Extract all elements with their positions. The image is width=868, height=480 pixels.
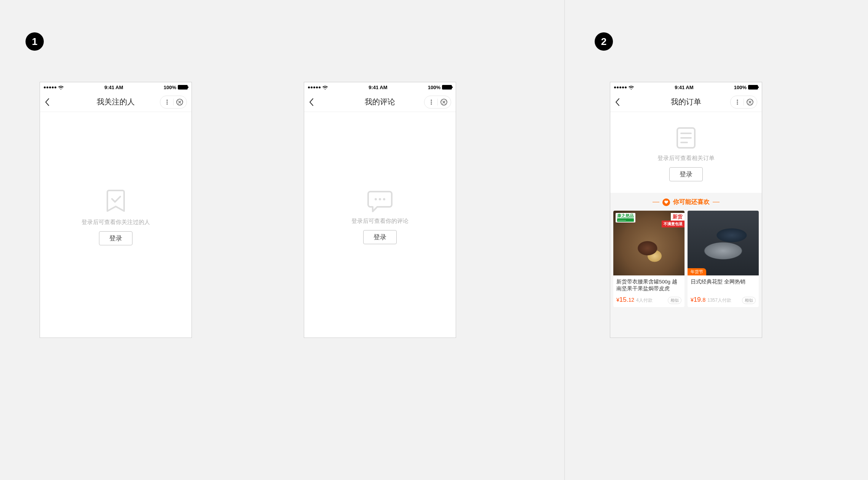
- phone-follow: 9:41 AM 100% 我关注的人: [40, 82, 192, 338]
- section-number-2: 2: [595, 32, 613, 51]
- promo-tag: 年货节: [688, 268, 706, 275]
- battery-percent: 100%: [734, 85, 747, 90]
- close-button[interactable]: [438, 96, 450, 108]
- more-button[interactable]: [161, 96, 173, 108]
- phone-orders: 9:41 AM 100% 我的订单: [610, 82, 762, 338]
- nav-bar: 我关注的人: [40, 92, 191, 112]
- product-image: 年货节: [688, 211, 759, 275]
- more-button[interactable]: [731, 96, 744, 108]
- empty-state: 登录后可查看相关订单 登录: [610, 112, 762, 193]
- heart-icon: [662, 198, 670, 206]
- dash-icon: [653, 202, 659, 202]
- section-number-1: 1: [26, 32, 44, 51]
- product-card[interactable]: 年货节 日式经典花型 全网热销 ¥19.8 1357人付款 相似: [688, 211, 759, 307]
- phone-comments: 9:41 AM 100% 我的评论: [304, 82, 456, 338]
- battery-icon: [442, 85, 452, 90]
- empty-message: 登录后可查看你的评论: [351, 218, 408, 225]
- svg-point-8: [375, 198, 377, 200]
- back-button[interactable]: [309, 98, 314, 106]
- brand-tag: 康之悠品 ———: [616, 213, 635, 222]
- back-button[interactable]: [45, 98, 50, 106]
- document-icon: [676, 126, 696, 149]
- chat-bubble-icon: [367, 190, 393, 212]
- empty-message: 登录后可查看你关注过的人: [81, 219, 150, 226]
- nav-bar: 我的评论: [304, 92, 456, 112]
- svg-point-13: [737, 103, 738, 104]
- svg-point-1: [166, 101, 168, 102]
- battery-icon: [748, 85, 758, 90]
- similar-button[interactable]: 相似: [668, 297, 681, 304]
- capsule-menu: [160, 96, 187, 109]
- product-price: ¥19.8: [691, 296, 705, 304]
- product-title: 新货带衣腰果含罐500g 越南坚果干果盐焗带皮虎: [616, 278, 681, 292]
- recommend-title: 你可能还喜欢: [673, 198, 710, 206]
- empty-state: 登录后可查看你关注过的人 登录: [40, 112, 191, 338]
- pay-count: 4人付款: [636, 297, 653, 304]
- status-time: 9:41 AM: [104, 85, 123, 90]
- empty-message: 登录后可查看相关订单: [657, 155, 715, 162]
- status-time: 9:41 AM: [369, 85, 387, 90]
- back-button[interactable]: [615, 98, 620, 106]
- recommend-section: 你可能还喜欢 康之悠品 ——— 新货 不满意包退 新货带衣腰果含罐500g 越: [610, 193, 762, 338]
- svg-point-11: [737, 99, 738, 101]
- new-goods-tag: 新货 不满意包退: [662, 213, 685, 227]
- svg-point-2: [166, 103, 168, 104]
- product-image: 康之悠品 ——— 新货 不满意包退: [613, 211, 685, 275]
- svg-point-4: [431, 99, 432, 101]
- capsule-menu: [424, 96, 451, 109]
- status-time: 9:41 AM: [675, 85, 693, 90]
- product-price: ¥15.12: [616, 296, 634, 304]
- svg-point-9: [379, 198, 381, 200]
- section-divider: [564, 0, 565, 480]
- recommend-header: 你可能还喜欢: [610, 193, 762, 211]
- bookmark-check-icon: [105, 189, 126, 213]
- status-bar: 9:41 AM 100%: [610, 82, 762, 92]
- signal-icon: [614, 86, 627, 88]
- battery-percent: 100%: [428, 85, 440, 90]
- svg-point-6: [431, 103, 432, 104]
- dash-icon: [713, 202, 720, 202]
- login-button[interactable]: 登录: [363, 230, 397, 244]
- login-button[interactable]: 登录: [99, 231, 132, 245]
- nav-bar: 我的订单: [610, 92, 762, 112]
- page-title: 我关注的人: [75, 97, 156, 107]
- svg-point-5: [431, 101, 432, 102]
- more-button[interactable]: [425, 96, 437, 108]
- login-button[interactable]: 登录: [669, 167, 703, 181]
- close-button[interactable]: [174, 96, 186, 108]
- wifi-icon: [58, 85, 64, 90]
- product-card[interactable]: 康之悠品 ——— 新货 不满意包退 新货带衣腰果含罐500g 越南坚果干果盐焗带…: [613, 211, 685, 307]
- wifi-icon: [322, 85, 328, 90]
- signal-icon: [44, 86, 56, 88]
- pay-count: 1357人付款: [707, 297, 731, 304]
- battery-icon: [178, 85, 188, 90]
- signal-icon: [308, 86, 321, 88]
- capsule-menu: [730, 96, 757, 109]
- product-title: 日式经典花型 全网热销: [691, 278, 756, 292]
- status-bar: 9:41 AM 100%: [40, 82, 191, 92]
- similar-button[interactable]: 相似: [742, 297, 756, 304]
- battery-percent: 100%: [164, 85, 176, 90]
- page-title: 我的订单: [645, 97, 727, 107]
- empty-state: 登录后可查看你的评论 登录: [304, 112, 456, 338]
- close-button[interactable]: [744, 96, 756, 108]
- wifi-icon: [628, 85, 634, 90]
- svg-point-10: [383, 198, 385, 200]
- page-title: 我的评论: [339, 97, 421, 107]
- svg-point-0: [166, 99, 168, 101]
- svg-point-12: [737, 101, 738, 102]
- status-bar: 9:41 AM 100%: [304, 82, 456, 92]
